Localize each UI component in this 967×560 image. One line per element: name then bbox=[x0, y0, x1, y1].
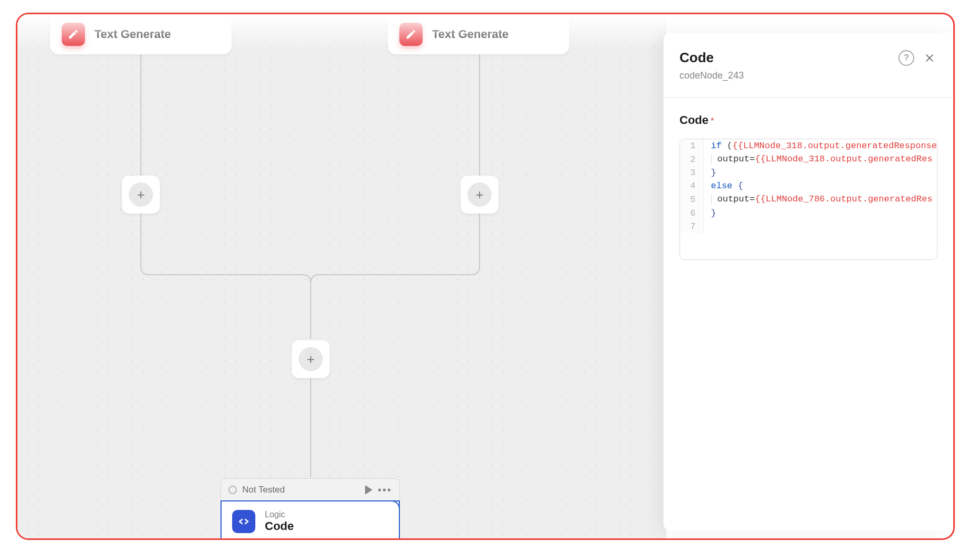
run-node-button[interactable] bbox=[365, 485, 372, 495]
node-text-generate-2[interactable]: Text Generate bbox=[388, 14, 569, 54]
node-properties-panel: Code ? codeNode_243 Code* 1if ({{LLMNode… bbox=[663, 33, 953, 531]
add-node-button[interactable]: + bbox=[122, 176, 160, 214]
line-number: 7 bbox=[680, 220, 703, 233]
plus-icon: + bbox=[129, 182, 153, 207]
line-number: 4 bbox=[680, 179, 703, 192]
panel-subtitle: codeNode_243 bbox=[679, 70, 937, 81]
code-line[interactable]: if ({{LLMNode_318.output.generatedRespon… bbox=[703, 139, 937, 152]
node-title: Text Generate bbox=[432, 27, 509, 41]
line-number: 6 bbox=[680, 207, 703, 220]
node-text-generate-1[interactable]: Text Generate bbox=[50, 14, 232, 54]
node-code[interactable]: Not Tested ••• Logic Code bbox=[221, 478, 400, 540]
code-line[interactable]: } bbox=[703, 166, 937, 179]
node-category: Logic bbox=[265, 510, 294, 519]
node-status-text: Not Tested bbox=[242, 485, 285, 495]
node-title: Text Generate bbox=[94, 27, 171, 41]
plus-icon: + bbox=[467, 182, 492, 207]
node-status-bar: Not Tested ••• bbox=[221, 478, 400, 500]
required-indicator: * bbox=[711, 117, 714, 125]
plus-icon: + bbox=[299, 347, 323, 371]
add-node-button[interactable]: + bbox=[461, 176, 499, 214]
code-icon bbox=[232, 510, 255, 533]
help-button[interactable]: ? bbox=[898, 50, 914, 66]
code-line[interactable]: output={{LLMNode_318.output.generatedRes bbox=[703, 152, 937, 166]
code-editor[interactable]: 1if ({{LLMNode_318.output.generatedRespo… bbox=[679, 139, 937, 260]
line-number: 5 bbox=[680, 192, 703, 206]
code-section-label: Code* bbox=[679, 113, 937, 127]
workflow-canvas[interactable]: Text Generate Text Generate + + + Not Te… bbox=[17, 14, 666, 540]
code-line[interactable]: } bbox=[703, 207, 937, 220]
code-line[interactable]: else { bbox=[703, 179, 937, 192]
line-number: 3 bbox=[680, 166, 703, 179]
code-line[interactable]: output={{LLMNode_786.output.generatedRes bbox=[703, 192, 937, 206]
code-line[interactable] bbox=[703, 220, 937, 233]
line-number: 1 bbox=[680, 139, 703, 152]
line-number: 2 bbox=[680, 152, 703, 166]
panel-title: Code bbox=[679, 50, 891, 66]
pencil-icon bbox=[399, 23, 423, 46]
divider bbox=[664, 97, 953, 98]
close-panel-button[interactable] bbox=[922, 50, 937, 66]
pencil-icon bbox=[62, 23, 85, 46]
node-title: Code bbox=[265, 519, 294, 533]
node-menu-button[interactable]: ••• bbox=[378, 485, 392, 495]
edge-lines bbox=[17, 14, 666, 540]
add-node-button[interactable]: + bbox=[292, 340, 330, 378]
status-ring-icon bbox=[228, 486, 237, 494]
